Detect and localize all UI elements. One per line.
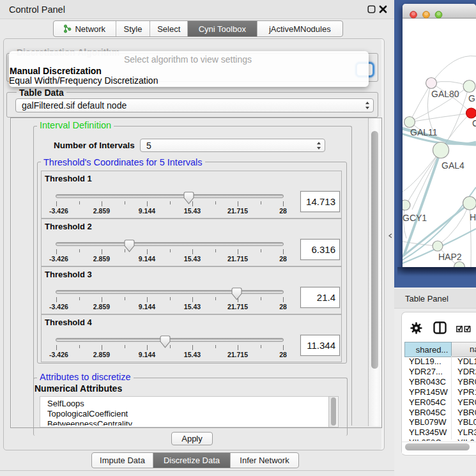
svg-text:GAL11: GAL11 <box>410 127 438 137</box>
svg-text:HAP2: HAP2 <box>438 252 462 262</box>
svg-text:C: C <box>472 118 476 128</box>
svg-text:H: H <box>470 212 476 222</box>
svg-text:G: G <box>468 93 475 104</box>
svg-text:GAL4: GAL4 <box>441 160 464 171</box>
svg-text:GAL80: GAL80 <box>431 89 459 99</box>
svg-text:GCY1: GCY1 <box>403 213 427 223</box>
